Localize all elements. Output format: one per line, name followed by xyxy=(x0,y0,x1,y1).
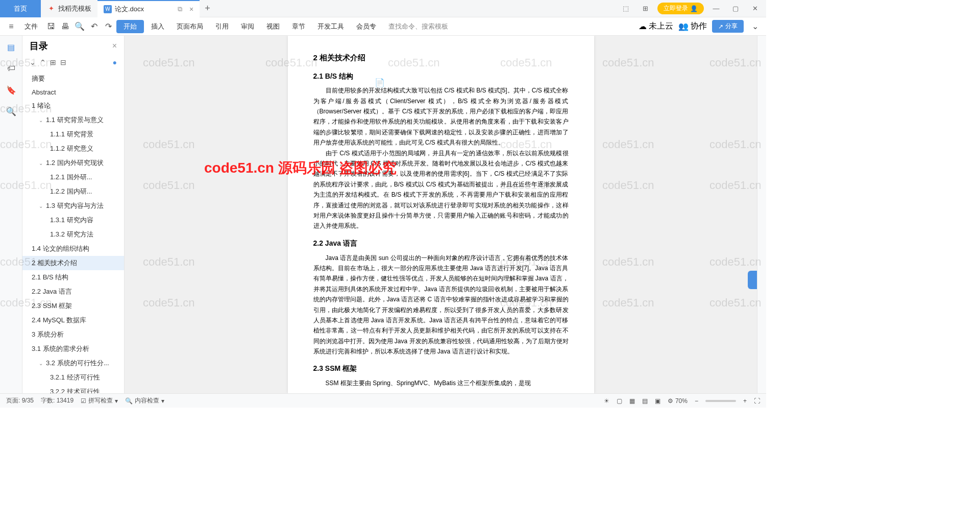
menu-devtools[interactable]: 开发工具 xyxy=(312,20,349,33)
toc-item-current[interactable]: 2 相关技术介绍 xyxy=(22,256,124,270)
sidebar: 目录 × ⌄ ⌃ ⊞ ⊟ ● 摘要 Abstract 1 绪论 ⌄1.1 研究背… xyxy=(22,36,125,393)
share-label: 分享 xyxy=(725,22,738,31)
expand-icon[interactable]: ⌃ xyxy=(40,58,46,66)
view-web-icon[interactable]: ▦ xyxy=(629,397,635,405)
page-float-icon[interactable]: 📄 xyxy=(375,78,385,87)
tab-document[interactable]: W 论文.docx ⧉ × xyxy=(97,0,200,17)
view-outline-icon[interactable]: ▤ xyxy=(642,397,648,405)
apps-icon[interactable]: ⊞ xyxy=(638,2,652,16)
preview-icon[interactable]: 🔍 xyxy=(74,20,86,33)
toc-item[interactable]: ⌄1.2 国内外研究现状 xyxy=(22,156,124,170)
word-count[interactable]: 字数: 13419 xyxy=(41,396,74,405)
minimize-button[interactable]: — xyxy=(709,2,723,16)
left-rail: ▤ 🏷 🔖 🔍 xyxy=(0,36,22,393)
toc-item[interactable]: 1 绪论 xyxy=(22,99,124,113)
tab-home[interactable]: 首页 xyxy=(0,0,41,17)
word-icon: W xyxy=(104,5,112,13)
sync-icon[interactable]: ● xyxy=(113,58,117,66)
tag-icon[interactable]: 🏷 xyxy=(5,62,17,75)
menu-file[interactable]: 文件 xyxy=(19,20,43,33)
search-icon[interactable]: 🔍 xyxy=(5,105,17,117)
collab-button[interactable]: 👥协作 xyxy=(678,21,707,32)
chevron-down-icon: ⌄ xyxy=(39,203,46,209)
login-button[interactable]: 立即登录👤 xyxy=(657,3,704,14)
zoom-slider[interactable] xyxy=(705,400,736,402)
toc-item[interactable]: 2.4 MySQL 数据库 xyxy=(22,313,124,327)
print-icon[interactable]: 🖶 xyxy=(59,20,71,33)
menu-icon[interactable]: ≡ xyxy=(5,20,17,33)
toc-item[interactable]: 1.2.2 国内研... xyxy=(22,184,124,199)
avatar-icon: 👤 xyxy=(690,5,698,12)
menu-member[interactable]: 会员专 xyxy=(351,20,381,33)
toc-item[interactable]: Abstract xyxy=(22,86,124,99)
toc-item[interactable]: 3.2.1 经济可行性 xyxy=(22,370,124,385)
toc-item[interactable]: 摘要 xyxy=(22,72,124,86)
save-icon[interactable]: 🖫 xyxy=(45,20,57,33)
menu-start[interactable]: 开始 xyxy=(116,20,144,33)
toc-item[interactable]: 1.1.2 研究意义 xyxy=(22,141,124,156)
plus-icon[interactable]: ⊞ xyxy=(50,58,56,66)
window-icon[interactable]: ⧉ xyxy=(178,5,182,13)
menu-review[interactable]: 审阅 xyxy=(236,20,259,33)
toc-item[interactable]: ⌄3.2 系统的可行性分... xyxy=(22,356,124,370)
menu-reference[interactable]: 引用 xyxy=(210,20,234,33)
zoom-control[interactable]: ⚙ 70% xyxy=(668,397,688,405)
share-button[interactable]: ↗分享 xyxy=(712,20,744,33)
view-page-icon[interactable]: ▢ xyxy=(617,397,622,405)
chevron-down-icon[interactable]: ⌄ xyxy=(749,20,761,33)
minus-icon[interactable]: ⊟ xyxy=(60,58,66,66)
toc-item[interactable]: ⌄1.1 研究背景与意义 xyxy=(22,113,124,127)
toc-item[interactable]: ⌄1.3 研究内容与方法 xyxy=(22,199,124,213)
undo-icon[interactable]: ↶ xyxy=(88,20,100,33)
spellcheck-button[interactable]: ☑ 拼写检查 ▾ xyxy=(81,396,118,405)
toc-item[interactable]: 2.3 SSM 框架 xyxy=(22,299,124,313)
toc-item[interactable]: 3.1 系统的需求分析 xyxy=(22,342,124,356)
toc-item[interactable]: 3 系统分析 xyxy=(22,327,124,342)
side-tab-handle[interactable] xyxy=(748,271,757,289)
cloud-status[interactable]: ☁未上云 xyxy=(639,21,673,32)
toc-item[interactable]: 1.2.1 国外研... xyxy=(22,170,124,184)
redo-icon[interactable]: ↷ xyxy=(102,20,114,33)
tab-label: 找稻壳模板 xyxy=(58,4,91,13)
toc-item[interactable]: 1.3.1 研究内容 xyxy=(22,213,124,227)
sidebar-tools: ⌄ ⌃ ⊞ ⊟ ● xyxy=(22,56,124,68)
toc-item[interactable]: 3.2.2 技术可行性 xyxy=(22,385,124,393)
menu-view[interactable]: 视图 xyxy=(261,20,285,33)
zoom-out-button[interactable]: − xyxy=(695,397,698,405)
contentcheck-button[interactable]: 🔍 内容检查 ▾ xyxy=(125,396,164,405)
login-label: 立即登录 xyxy=(664,4,688,13)
new-tab-button[interactable]: + xyxy=(200,3,215,14)
collapse-icon[interactable]: ⌄ xyxy=(30,58,36,66)
layout-icon[interactable]: ⬚ xyxy=(619,2,633,16)
menu-chapter[interactable]: 章节 xyxy=(287,20,310,33)
bookmark-icon[interactable]: 🔖 xyxy=(5,84,17,96)
menu-layout[interactable]: 页面布局 xyxy=(172,20,208,33)
toc: 摘要 Abstract 1 绪论 ⌄1.1 研究背景与意义 1.1.1 研究背景… xyxy=(22,68,124,393)
collab-icon: 👥 xyxy=(678,21,689,31)
cloud-label: 未上云 xyxy=(649,21,673,32)
close-button[interactable]: ✕ xyxy=(748,2,762,16)
toc-item[interactable]: 1.1.1 研究背景 xyxy=(22,127,124,141)
search-box[interactable]: 查找命令、搜索模板 xyxy=(383,20,453,33)
toc-item[interactable]: 1.4 论文的组织结构 xyxy=(22,242,124,256)
toc-item[interactable]: 1.3.2 研究方法 xyxy=(22,227,124,242)
sun-icon[interactable]: ☀ xyxy=(604,397,609,405)
menu-insert[interactable]: 插入 xyxy=(146,20,169,33)
tab-template[interactable]: ✦ 找稻壳模板 xyxy=(41,0,97,17)
menubar: ≡ 文件 🖫 🖶 🔍 ↶ ↷ 开始 插入 页面布局 引用 审阅 视图 章节 开发… xyxy=(0,17,766,36)
sidebar-close-icon[interactable]: × xyxy=(112,41,117,51)
outline-icon[interactable]: ▤ xyxy=(5,41,17,53)
close-icon[interactable]: × xyxy=(189,5,193,13)
share-icon: ↗ xyxy=(718,23,723,30)
toc-item[interactable]: 2.1 B/S 结构 xyxy=(22,270,124,285)
fullscreen-icon[interactable]: ⛶ xyxy=(754,397,760,405)
page-indicator[interactable]: 页面: 9/35 xyxy=(6,396,34,405)
toc-item[interactable]: 2.2 Java 语言 xyxy=(22,285,124,299)
document-area[interactable]: 📄 2 相关技术介绍 2.1 B/S 结构 目前使用较多的开发结构模式大致可以包… xyxy=(125,36,757,393)
zoom-in-button[interactable]: + xyxy=(743,397,747,405)
chevron-down-icon: ⌄ xyxy=(39,117,46,123)
paragraph: Java 语言是由美国 sun 公司提出的一种面向对象的程序设计语言，它拥有着优… xyxy=(313,253,569,357)
view-read-icon[interactable]: ▣ xyxy=(655,397,660,405)
maximize-button[interactable]: ▢ xyxy=(728,2,743,16)
chevron-down-icon: ⌄ xyxy=(39,361,46,366)
